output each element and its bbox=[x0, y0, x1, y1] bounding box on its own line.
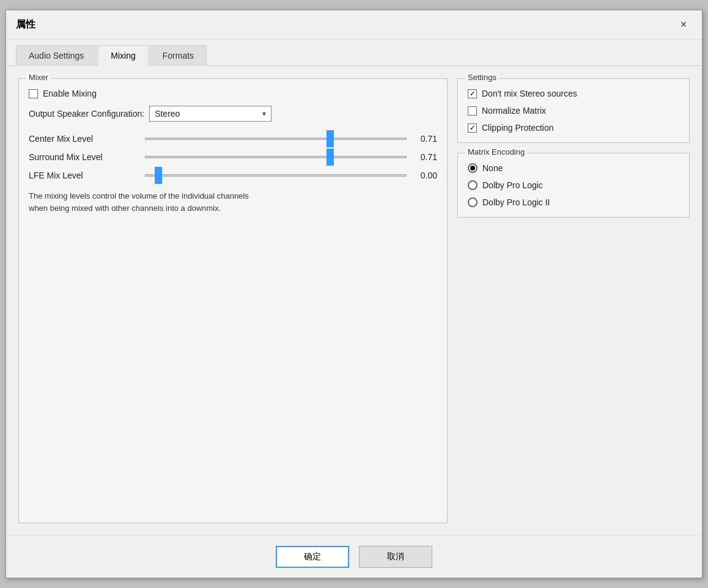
enable-mixing-label: Enable Mixing bbox=[43, 89, 97, 98]
matrix-encoding-box: Matrix Encoding None Dolby Pro Logic Dol… bbox=[457, 153, 690, 218]
lfe-mix-value: 0.00 bbox=[413, 171, 437, 180]
lfe-mix-level-row: LFE Mix Level 0.00 bbox=[29, 171, 437, 180]
panels-row: Mixer Enable Mixing Output Speaker Confi… bbox=[18, 78, 690, 523]
dropdown-value: Stereo bbox=[155, 109, 180, 119]
radio-none-row[interactable]: None bbox=[468, 163, 679, 173]
dont-mix-stereo-checkbox[interactable] bbox=[468, 89, 477, 98]
clipping-protection-checkbox[interactable] bbox=[468, 123, 477, 133]
radio-dolby-pro-logic-label: Dolby Pro Logic bbox=[482, 180, 543, 190]
radio-dolby-pro-logic-ii-row[interactable]: Dolby Pro Logic II bbox=[468, 197, 679, 207]
center-mix-value: 0.71 bbox=[413, 134, 437, 144]
radio-dolby-pro-logic-ii[interactable] bbox=[468, 197, 478, 207]
title-bar: 属性 × bbox=[6, 10, 702, 40]
normalize-matrix-row[interactable]: Normalize Matrix bbox=[468, 106, 679, 116]
surround-mix-level-row: Surround Mix Level 0.71 bbox=[29, 152, 437, 162]
normalize-matrix-checkbox[interactable] bbox=[468, 106, 477, 116]
center-mix-level-row: Center Mix Level 0.71 bbox=[29, 134, 437, 144]
tab-audio-settings[interactable]: Audio Settings bbox=[16, 45, 97, 66]
close-button[interactable]: × bbox=[675, 17, 692, 34]
ok-button[interactable]: 确定 bbox=[276, 546, 349, 568]
dont-mix-stereo-row[interactable]: Don't mix Stereo sources bbox=[468, 89, 679, 98]
surround-mix-track[interactable] bbox=[145, 156, 407, 158]
tab-formats[interactable]: Formats bbox=[150, 45, 207, 66]
enable-mixing-row[interactable]: Enable Mixing bbox=[29, 89, 437, 98]
clipping-protection-label: Clipping Protection bbox=[482, 123, 554, 133]
radio-none-label: None bbox=[482, 163, 503, 173]
tab-bar: Audio Settings Mixing Formats bbox=[6, 40, 702, 66]
surround-mix-thumb[interactable] bbox=[326, 149, 334, 166]
radio-dolby-pro-logic-ii-label: Dolby Pro Logic II bbox=[482, 197, 550, 207]
lfe-mix-thumb[interactable] bbox=[155, 167, 162, 184]
settings-box: Settings Don't mix Stereo sources Normal… bbox=[457, 78, 690, 143]
tab-mixing[interactable]: Mixing bbox=[98, 45, 148, 66]
lfe-mix-track[interactable] bbox=[145, 174, 407, 177]
right-panel: Settings Don't mix Stereo sources Normal… bbox=[457, 78, 690, 523]
dont-mix-stereo-label: Don't mix Stereo sources bbox=[482, 89, 577, 98]
settings-group-label: Settings bbox=[465, 73, 499, 82]
mixer-group-label: Mixer bbox=[26, 73, 51, 82]
radio-none[interactable] bbox=[468, 163, 478, 173]
center-mix-thumb[interactable] bbox=[326, 130, 334, 147]
normalize-matrix-label: Normalize Matrix bbox=[482, 106, 546, 116]
mixer-description: The mixing levels control the volume of … bbox=[29, 190, 437, 214]
lfe-mix-label: LFE Mix Level bbox=[29, 171, 139, 180]
surround-mix-value: 0.71 bbox=[413, 152, 437, 162]
speaker-config-label: Output Speaker Configuration: bbox=[29, 109, 144, 119]
center-mix-label: Center Mix Level bbox=[29, 134, 139, 144]
chevron-down-icon: ▾ bbox=[262, 109, 266, 118]
cancel-button[interactable]: 取消 bbox=[359, 546, 432, 568]
mixer-panel: Mixer Enable Mixing Output Speaker Confi… bbox=[18, 78, 448, 523]
dialog-title: 属性 bbox=[16, 18, 35, 31]
radio-dolby-pro-logic-row[interactable]: Dolby Pro Logic bbox=[468, 180, 679, 190]
matrix-group-label: Matrix Encoding bbox=[465, 147, 527, 156]
dialog-footer: 确定 取消 bbox=[6, 535, 702, 578]
speaker-config-dropdown[interactable]: Stereo ▾ bbox=[149, 106, 271, 122]
clipping-protection-row[interactable]: Clipping Protection bbox=[468, 123, 679, 133]
radio-dolby-pro-logic[interactable] bbox=[468, 180, 478, 190]
enable-mixing-checkbox[interactable] bbox=[29, 89, 38, 98]
surround-mix-label: Surround Mix Level bbox=[29, 152, 139, 162]
speaker-config-row: Output Speaker Configuration: Stereo ▾ bbox=[29, 106, 437, 122]
center-mix-track[interactable] bbox=[145, 138, 407, 140]
dialog: 属性 × Audio Settings Mixing Formats Mixer… bbox=[6, 10, 702, 578]
tab-content: Mixer Enable Mixing Output Speaker Confi… bbox=[6, 66, 702, 535]
